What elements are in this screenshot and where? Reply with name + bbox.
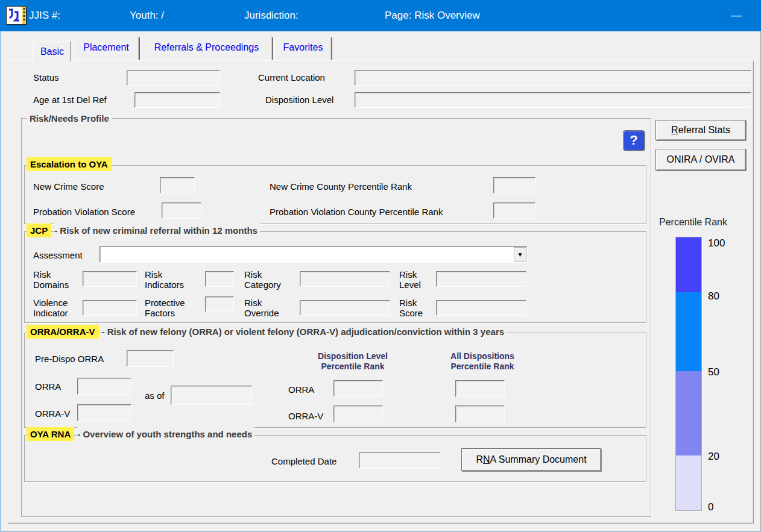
completed-date-label: Completed Date	[271, 456, 336, 466]
new-crime-county-pr-field	[493, 177, 535, 193]
protective-factors-label: Protective Factors	[145, 298, 196, 318]
minimize-button[interactable]: —	[722, 0, 750, 31]
titlebar: JJIS #: Youth: / Jurisdiction: Page: Ris…	[0, 0, 761, 31]
jcp-title-desc: - Risk of new criminal referral within 1…	[54, 224, 260, 237]
tab-favorites[interactable]: Favorites	[274, 37, 332, 60]
dispo-orra-label: ORRA	[288, 384, 314, 395]
risk-domains-label: Risk Domains	[33, 269, 77, 290]
as-of-field	[171, 386, 252, 405]
current-location-field	[355, 70, 751, 86]
all-dispositions-pr-header: All Dispositions Percentile Rank	[434, 351, 531, 372]
current-location-label: Current Location	[258, 72, 325, 83]
jjis-app-icon	[6, 6, 27, 25]
orra-field	[77, 378, 131, 395]
risk-override-field	[300, 300, 390, 316]
percentile-tick-80: 80	[708, 290, 719, 302]
completed-date-field	[359, 452, 440, 469]
orra-v-field	[77, 404, 131, 421]
percentile-tick-0: 0	[708, 501, 713, 513]
percentile-tick-20: 20	[708, 451, 719, 463]
jurisdiction-label: Jurisdiction:	[244, 0, 298, 31]
percentile-segment-80-100	[676, 237, 701, 292]
tab-placement[interactable]: Placement	[73, 37, 139, 60]
all-orra-pr-field	[455, 380, 505, 397]
risk-domains-field	[83, 271, 137, 287]
tab-basic[interactable]: Basic	[33, 41, 71, 61]
orra-title-desc: - Risk of new felony (ORRA) or violent f…	[102, 325, 507, 339]
new-crime-county-pr-label: New Crime County Percentile Rank	[270, 181, 412, 192]
percentile-segment-50-80	[676, 292, 701, 371]
youth-label: Youth: /	[130, 0, 164, 31]
risk-override-label: Risk Override	[244, 298, 291, 318]
help-icon[interactable]: ?	[623, 130, 645, 151]
risk-level-field	[436, 271, 526, 287]
oya-rna-title-highlight: OYA RNA	[27, 427, 74, 441]
pre-dispo-orra-field	[127, 350, 174, 367]
jjis-number-label: JJIS #:	[29, 0, 60, 31]
chevron-down-icon[interactable]: ▼	[514, 247, 526, 261]
jcp-title: JCP - Risk of new criminal referral with…	[27, 224, 260, 237]
percentile-segment-20-50	[676, 371, 701, 455]
probation-violation-score-label: Probation Violation Score	[33, 207, 135, 217]
disposition-level-label: Disposition Level	[265, 95, 333, 105]
onira-ovira-button[interactable]: ONIRA / OVIRA	[655, 149, 746, 171]
violence-indicator-label: Violence Indicator	[33, 298, 77, 318]
violence-indicator-field	[83, 300, 137, 316]
probation-violation-county-pr-field	[493, 202, 535, 219]
rna-summary-document-button[interactable]: RNA Summary Document	[461, 448, 601, 471]
status-label: Status	[33, 72, 59, 83]
escalation-title-highlight: Escalation to OYA	[27, 157, 112, 171]
all-orra-v-pr-field	[455, 405, 505, 422]
status-field	[127, 70, 220, 86]
percentile-tick-50: 50	[708, 366, 719, 378]
new-crime-score-label: New Crime Score	[33, 181, 104, 192]
orra-title: ORRA/ORRA-V - Risk of new felony (ORRA) …	[27, 325, 507, 339]
age-first-del-ref-label: Age at 1st Del Ref	[33, 95, 107, 105]
jjis-window: JJIS #: Youth: / Jurisdiction: Page: Ris…	[0, 0, 761, 532]
risk-category-label: Risk Category	[244, 269, 291, 290]
assessment-combobox[interactable]: ▼	[99, 246, 528, 263]
oya-rna-title-desc: - Overview of youth strengths and needs	[77, 427, 254, 441]
percentile-rank-title: Percentile Rank	[659, 217, 727, 228]
risk-indicators-label: Risk Indicators	[145, 269, 193, 290]
percentile-rank-bar	[675, 237, 702, 511]
assessment-label: Assessment	[33, 250, 83, 260]
tab-referrals-proceedings[interactable]: Referrals & Proceedings	[141, 37, 273, 60]
dispo-orra-v-pr-field	[333, 405, 383, 422]
escalation-title: Escalation to OYA	[27, 157, 112, 171]
dispo-orra-v-label: ORRA-V	[288, 411, 323, 421]
dispo-level-pr-header: Disposition Level Percentile Rank	[302, 351, 404, 372]
disposition-level-field	[355, 92, 751, 108]
oya-rna-title: OYA RNA - Overview of youth strengths an…	[27, 427, 254, 441]
orra-v-label: ORRA-V	[35, 408, 70, 419]
page-title: Page: Risk Overview	[385, 0, 480, 31]
orra-title-highlight: ORRA/ORRA-V	[27, 325, 99, 339]
risk-score-field	[436, 300, 526, 316]
risk-needs-profile-title: Risk/Needs Profile	[27, 112, 112, 125]
new-crime-score-field	[160, 177, 195, 193]
orra-label: ORRA	[35, 381, 61, 392]
referral-stats-button[interactable]: Referral Stats	[655, 120, 746, 140]
dispo-orra-pr-field	[333, 380, 383, 397]
risk-level-label: Risk Level	[399, 269, 432, 290]
jcp-title-highlight: JCP	[27, 224, 51, 237]
percentile-tick-100: 100	[708, 237, 725, 249]
age-first-del-ref-field	[134, 92, 220, 108]
protective-factors-field	[205, 296, 234, 312]
pre-dispo-orra-label: Pre-Dispo ORRA	[35, 354, 104, 364]
probation-violation-score-field	[162, 202, 201, 219]
as-of-label: as of	[145, 390, 165, 401]
probation-violation-county-pr-label: Probation Violation County Percentile Ra…	[270, 207, 443, 217]
risk-score-label: Risk Score	[399, 298, 432, 318]
risk-category-field	[300, 271, 390, 287]
percentile-segment-0-20	[676, 455, 701, 510]
risk-indicators-field	[205, 271, 234, 287]
